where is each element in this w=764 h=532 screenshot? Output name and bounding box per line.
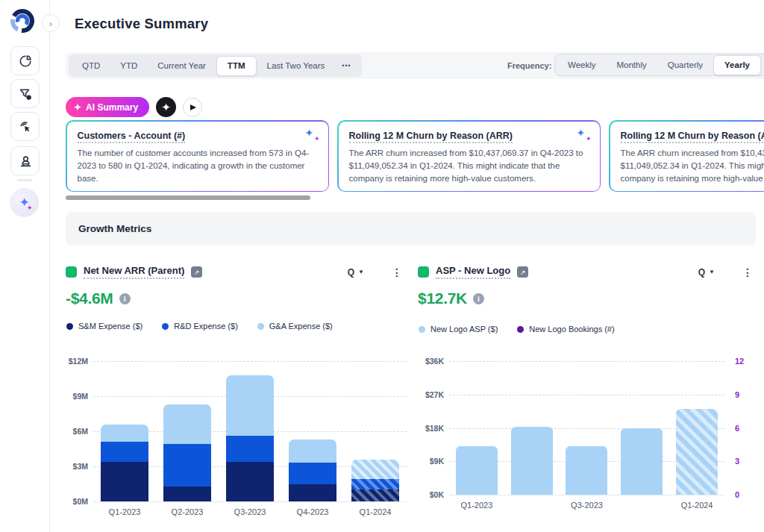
legend-item[interactable]: R&D Expense ($) (162, 322, 238, 331)
pie-chart-icon (18, 54, 33, 69)
bar-q1-2023[interactable] (456, 446, 498, 495)
card-title-link[interactable]: Rolling 12 M Churn by Reason (ARR) (621, 131, 764, 143)
bar-segment (511, 427, 553, 495)
card-summary-text: The ARR churn increased from $10,437,069… (349, 147, 589, 186)
kebab-menu-button[interactable]: ⋮ (742, 266, 753, 278)
bar-q3-2023[interactable] (226, 375, 274, 501)
sidebar-divider (17, 179, 32, 181)
tab-quarterly[interactable]: Quarterly (657, 56, 713, 74)
tab-yearly[interactable]: Yearly (713, 55, 761, 75)
bar-segment (566, 446, 607, 495)
bar-slot (219, 361, 281, 501)
y-axis-tick: $9K (430, 457, 444, 466)
card-summary-text: The ARR churn increased from $10,437,069… (621, 147, 764, 186)
tab-current-year[interactable]: Current Year (148, 57, 216, 75)
metric-color-swatch (418, 266, 429, 278)
external-link-icon[interactable]: ↗ (191, 266, 202, 278)
ai-summary-card: Rolling 12 M Churn by Reason (ARR) ✦✦ Th… (609, 120, 764, 192)
bar-segment (621, 428, 663, 495)
tab-last-two-years[interactable]: Last Two Years (257, 57, 335, 75)
external-link-icon[interactable]: ↗ (517, 266, 528, 278)
period-granularity-select[interactable]: Q▼ (348, 267, 364, 278)
bar-segment (101, 462, 148, 501)
y-axis-tick: $12M (69, 357, 88, 366)
bar-segment (289, 484, 336, 502)
legend-item[interactable]: New Logo ASP ($) (419, 325, 498, 334)
bars-area (449, 361, 724, 495)
sidebar-item-metrics[interactable] (10, 46, 40, 75)
bar-slot (669, 361, 724, 495)
cards-horizontal-scrollbar[interactable] (66, 195, 310, 200)
sidebar-collapse-button[interactable]: › (42, 14, 60, 32)
bars-area (93, 361, 407, 501)
bar-segment (226, 375, 274, 436)
y-axis: $12M$9M$6M$3M$0M (66, 361, 93, 502)
sidebar-item-filters[interactable] (10, 79, 40, 108)
bar-segment (289, 439, 336, 463)
card-title-link[interactable]: Customers - Account (#) (78, 131, 186, 143)
y-axis-tick: $0K (430, 490, 444, 499)
legend-item[interactable]: New Logo Bookings (#) (517, 325, 614, 334)
generate-summary-button[interactable]: ✦ (156, 97, 176, 117)
legend-item[interactable]: G&A Expense ($) (257, 322, 333, 331)
chart-legend: New Logo ASP ($) New Logo Bookings (#) (419, 325, 615, 334)
tab-weekly[interactable]: Weekly (557, 56, 607, 74)
sidebar-item-ai-assistant[interactable]: ✦ ✦ (10, 188, 39, 217)
legend-label: New Logo Bookings (#) (529, 325, 614, 334)
bar-slot (156, 361, 219, 501)
tab-ytd[interactable]: YTD (110, 57, 147, 75)
x-axis-label: Q3-2023 (560, 501, 615, 510)
chart-title-link[interactable]: ASP - New Logo (436, 265, 510, 279)
bar-q1-2024[interactable] (676, 409, 718, 495)
tab-qtd[interactable]: QTD (72, 57, 110, 75)
period-tab-group: QTD YTD Current Year TTM Last Two Years … (69, 54, 362, 77)
kebab-menu-button[interactable]: ⋮ (392, 266, 402, 278)
period-granularity-select[interactable]: Q▼ (698, 267, 715, 278)
x-axis-label: Q4-2023 (281, 507, 344, 516)
bar-q4-2023[interactable] (621, 428, 663, 495)
chart-header: ASP - New Logo ↗ Q▼ ⋮ (418, 265, 757, 279)
bar-segment (101, 442, 148, 462)
bar-q4-2023[interactable] (289, 439, 336, 501)
metric-value: $12.7K (418, 290, 467, 307)
filter-band: QTD YTD Current Year TTM Last Two Years … (66, 52, 764, 79)
bar-segment (163, 404, 211, 444)
app-logo[interactable] (8, 7, 38, 37)
bar-q2-2023[interactable] (163, 404, 211, 501)
x-axis-label: Q1-2023 (93, 507, 156, 516)
bar-q2-2023[interactable] (511, 427, 553, 495)
y-axis-tick: $27K (425, 390, 444, 399)
ai-summary-card-inner: Rolling 12 M Churn by Reason (ARR) ✦✦ Th… (339, 122, 600, 191)
info-icon[interactable]: i (119, 293, 131, 304)
plot-area-wrapper: $36K$27K$18K$9K$0K 129630 (418, 361, 757, 495)
bar-q3-2023[interactable] (566, 446, 607, 495)
bar-segment (676, 409, 718, 495)
bar-q1-2024[interactable] (351, 460, 399, 501)
tab-ttm[interactable]: TTM (216, 56, 257, 76)
bar-segment (226, 462, 274, 501)
sidebar-item-interactions[interactable] (10, 112, 40, 141)
info-icon[interactable]: i (473, 293, 484, 304)
ai-summary-card-inner: Customers - Account (#) ✦✦ The number of… (67, 122, 328, 191)
bar-slot (560, 361, 615, 495)
card-summary-text: The number of customer accounts increase… (78, 147, 318, 186)
tab-monthly[interactable]: Monthly (607, 56, 657, 74)
ai-summary-button[interactable]: ✦ AI Summary (66, 97, 149, 117)
card-title-link[interactable]: Rolling 12 M Churn by Reason (ARR) (349, 131, 513, 143)
y-axis-tick: $3M (73, 462, 88, 471)
play-summary-button[interactable] (183, 98, 202, 117)
chart-net-new-arr: Net New ARR (Parent) ↗ Q▼ ⋮ -$4.6M i S&M… (66, 263, 407, 531)
chart-title-link[interactable]: Net New ARR (Parent) (84, 265, 184, 279)
bar-segment (351, 489, 399, 501)
more-periods-button[interactable]: ••• (335, 62, 357, 69)
sidebar-item-presentations[interactable] (10, 146, 40, 175)
legend-item[interactable]: S&M Expense ($) (66, 322, 143, 331)
bar-segment (289, 463, 336, 484)
bar-segment (351, 479, 399, 489)
bar-q1-2023[interactable] (101, 425, 148, 501)
click-cursor-icon (18, 119, 33, 134)
legend-label: New Logo ASP ($) (430, 325, 498, 334)
y-axis-right-tick: 6 (735, 424, 739, 433)
bar-segment (163, 444, 211, 486)
ai-summary-cards-row: Customers - Account (#) ✦✦ The number of… (66, 120, 764, 192)
